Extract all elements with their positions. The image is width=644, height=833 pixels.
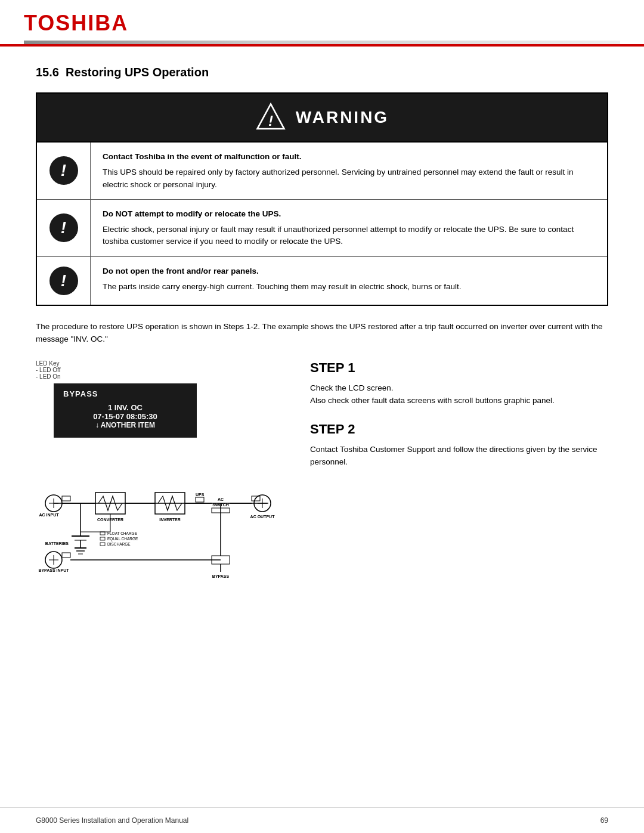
header-divider	[24, 41, 620, 44]
led-key: LED Key - LED Off - LED On	[36, 360, 286, 380]
svg-text:AC: AC	[218, 497, 224, 501]
footer-left: G8000 Series Installation and Operation …	[36, 816, 188, 825]
warning-icon-cell-1: !	[37, 143, 91, 199]
step2-text: Contact Toshiba Customer Support and fol…	[310, 443, 608, 469]
toshiba-logo: TOSHIBA	[24, 11, 128, 36]
svg-text:DISCHARGE: DISCHARGE	[107, 542, 131, 546]
warning-item-2: ! Do NOT attempt to modify or relocate t…	[37, 200, 607, 257]
svg-text:UPS: UPS	[196, 493, 205, 497]
section-title: Restoring UPS Operation	[66, 66, 209, 79]
warning-desc-1: This UPS should be repaired only by fact…	[103, 166, 595, 191]
svg-rect-39	[62, 553, 70, 558]
warning-desc-2: Electric shock, personal injury or fault…	[103, 224, 595, 248]
warning-text-2: Do NOT attempt to modify or relocate the…	[91, 200, 607, 256]
led-key-title: LED Key	[36, 360, 286, 367]
warning-triangle-icon: !	[255, 102, 286, 133]
warning-bold-2: Do NOT attempt to modify or relocate the…	[103, 208, 595, 220]
led-key-off: - LED Off	[36, 367, 286, 373]
svg-text:BYPASS: BYPASS	[212, 574, 230, 578]
warning-bold-3: Do not open the front and/or rear panels…	[103, 265, 595, 277]
step1-line1: Check the LCD screen.	[310, 382, 608, 395]
warning-exclaim-icon-3: !	[49, 267, 78, 295]
warning-header: ! WARNING	[37, 94, 607, 141]
svg-text:EQUAL CHARGE: EQUAL CHARGE	[107, 537, 138, 541]
steps-diagram-area: LED Key - LED Off - LED On BYPASS 1 INV.…	[36, 360, 608, 583]
step2-heading: STEP 2	[310, 422, 608, 437]
svg-text:BYPASS INPUT: BYPASS INPUT	[38, 568, 69, 572]
warning-item-3: ! Do not open the front and/or rear pane…	[37, 257, 607, 305]
svg-rect-6	[62, 496, 70, 501]
warning-item-1: ! Contact Toshiba in the event of malfun…	[37, 143, 607, 200]
bypass-panel: BYPASS 1 INV. OC 07-15-07 08:05:30 ↓ ANO…	[54, 383, 197, 438]
svg-text:FLOAT CHARGE: FLOAT CHARGE	[107, 531, 138, 535]
svg-rect-30	[100, 532, 105, 535]
warning-box: ! WARNING ! Contact Toshiba in the event…	[36, 92, 608, 306]
ups-diagram-svg: AC INPUT CONVERTER INVERTER UPS AC S	[36, 444, 286, 581]
diagram-area: LED Key - LED Off - LED On BYPASS 1 INV.…	[36, 360, 286, 583]
warning-icon-cell-2: !	[37, 200, 91, 256]
svg-rect-13	[196, 497, 204, 502]
warning-icon-cell-3: !	[37, 257, 91, 305]
step1-heading: STEP 1	[310, 360, 608, 376]
section-heading: 15.6 Restoring UPS Operation	[36, 66, 608, 79]
svg-text:AC INPUT: AC INPUT	[39, 513, 59, 517]
steps-text-area: STEP 1 Check the LCD screen. Also check …	[310, 360, 608, 483]
section-number: 15.6	[36, 66, 59, 79]
svg-text:INVERTER: INVERTER	[159, 518, 180, 522]
warning-items: ! Contact Toshiba in the event of malfun…	[37, 141, 607, 305]
svg-text:!: !	[268, 113, 273, 129]
bypass-another: ↓ ANOTHER ITEM	[63, 421, 187, 429]
step1-text: Check the LCD screen. Also check other f…	[310, 382, 608, 407]
svg-text:AC OUTPUT: AC OUTPUT	[250, 515, 275, 519]
warning-text-1: Contact Toshiba in the event of malfunct…	[91, 143, 607, 199]
step1-line2: Also check other fault data screens with…	[310, 394, 608, 407]
bypass-line1: 1 INV. OC	[63, 403, 187, 412]
svg-text:BATTERIES: BATTERIES	[45, 541, 69, 546]
main-content: 15.6 Restoring UPS Operation ! WARNING !…	[0, 47, 644, 618]
warning-bold-1: Contact Toshiba in the event of malfunct…	[103, 151, 595, 163]
intro-paragraph: The procedure to restore UPS operation i…	[36, 320, 608, 346]
svg-rect-32	[100, 537, 105, 540]
bypass-label: BYPASS	[63, 389, 187, 398]
warning-exclaim-icon-1: !	[49, 156, 78, 185]
led-key-on: - LED On	[36, 373, 286, 380]
page-footer: G8000 Series Installation and Operation …	[0, 807, 644, 833]
bypass-date: 07-15-07 08:05:30	[63, 412, 187, 421]
ups-diagram: AC INPUT CONVERTER INVERTER UPS AC S	[36, 444, 286, 583]
footer-page-number: 69	[600, 816, 608, 825]
warning-exclaim-icon-2: !	[49, 213, 78, 242]
warning-desc-3: The parts inside carry energy-high curre…	[103, 281, 595, 293]
page-header: TOSHIBA	[0, 0, 644, 47]
warning-text-3: Do not open the front and/or rear panels…	[91, 257, 607, 305]
step2-line1: Contact Toshiba Customer Support and fol…	[310, 443, 608, 469]
warning-title: WARNING	[296, 108, 389, 127]
svg-rect-34	[100, 543, 105, 546]
